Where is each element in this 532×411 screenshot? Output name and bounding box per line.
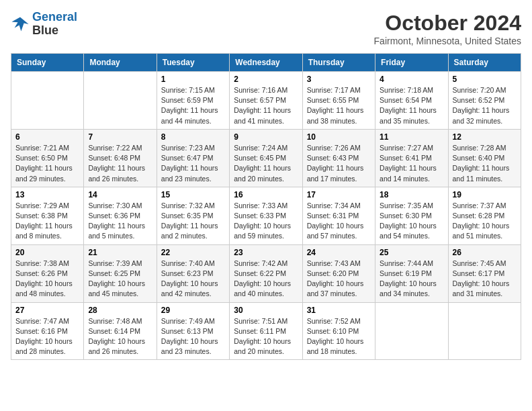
day-detail: Sunrise: 7:32 AM Sunset: 6:35 PM Dayligh… [161,201,225,242]
logo-icon [11,15,30,34]
day-detail: Sunrise: 7:24 AM Sunset: 6:45 PM Dayligh… [234,143,298,184]
calendar-cell: 25Sunrise: 7:44 AM Sunset: 6:19 PM Dayli… [375,244,448,302]
logo-line1: General [32,10,77,24]
day-detail: Sunrise: 7:35 AM Sunset: 6:30 PM Dayligh… [380,201,443,242]
day-detail: Sunrise: 7:51 AM Sunset: 6:11 PM Dayligh… [234,316,298,357]
calendar-cell [11,72,84,130]
logo-line2: Blue [32,24,77,38]
calendar-cell: 28Sunrise: 7:48 AM Sunset: 6:14 PM Dayli… [84,302,157,360]
day-number: 27 [15,306,79,315]
day-detail: Sunrise: 7:40 AM Sunset: 6:23 PM Dayligh… [161,259,225,300]
day-number: 2 [234,75,298,84]
calendar-week-row: 20Sunrise: 7:38 AM Sunset: 6:26 PM Dayli… [11,244,521,302]
day-number: 29 [161,306,225,315]
day-number: 22 [161,248,225,257]
day-detail: Sunrise: 7:33 AM Sunset: 6:33 PM Dayligh… [234,201,298,242]
day-number: 8 [161,132,225,142]
calendar-cell [84,72,157,130]
logo-text: General Blue [32,11,77,38]
day-detail: Sunrise: 7:22 AM Sunset: 6:48 PM Dayligh… [88,143,152,184]
calendar-cell: 20Sunrise: 7:38 AM Sunset: 6:26 PM Dayli… [11,244,84,302]
calendar-cell: 3Sunrise: 7:17 AM Sunset: 6:55 PM Daylig… [302,72,375,130]
day-detail: Sunrise: 7:23 AM Sunset: 6:47 PM Dayligh… [161,143,225,184]
day-number: 13 [15,190,79,199]
weekday-header-wednesday: Wednesday [230,54,302,72]
day-number: 15 [161,190,225,199]
calendar-cell: 11Sunrise: 7:27 AM Sunset: 6:41 PM Dayli… [375,129,448,187]
day-detail: Sunrise: 7:28 AM Sunset: 6:40 PM Dayligh… [453,143,517,184]
day-number: 12 [453,132,517,142]
day-detail: Sunrise: 7:20 AM Sunset: 6:52 PM Dayligh… [453,85,517,126]
day-detail: Sunrise: 7:38 AM Sunset: 6:26 PM Dayligh… [15,259,79,300]
day-number: 7 [88,132,152,142]
calendar-cell: 14Sunrise: 7:30 AM Sunset: 6:36 PM Dayli… [84,187,157,244]
day-number: 26 [453,248,517,257]
day-detail: Sunrise: 7:17 AM Sunset: 6:55 PM Dayligh… [307,85,371,126]
day-number: 20 [15,248,79,257]
day-detail: Sunrise: 7:29 AM Sunset: 6:38 PM Dayligh… [15,201,79,242]
day-number: 19 [453,190,517,199]
day-detail: Sunrise: 7:44 AM Sunset: 6:19 PM Dayligh… [380,259,443,300]
calendar-cell: 27Sunrise: 7:47 AM Sunset: 6:16 PM Dayli… [11,302,84,360]
calendar-cell [375,302,448,360]
calendar-cell: 8Sunrise: 7:23 AM Sunset: 6:47 PM Daylig… [157,129,229,187]
calendar-cell: 31Sunrise: 7:52 AM Sunset: 6:10 PM Dayli… [302,302,375,360]
calendar-cell: 24Sunrise: 7:43 AM Sunset: 6:20 PM Dayli… [302,244,375,302]
weekday-header-friday: Friday [375,54,448,72]
day-detail: Sunrise: 7:45 AM Sunset: 6:17 PM Dayligh… [453,259,517,300]
svg-marker-0 [11,17,28,31]
calendar-cell: 21Sunrise: 7:39 AM Sunset: 6:25 PM Dayli… [84,244,157,302]
calendar-cell: 2Sunrise: 7:16 AM Sunset: 6:57 PM Daylig… [230,72,302,130]
weekday-header-tuesday: Tuesday [157,54,229,72]
day-detail: Sunrise: 7:39 AM Sunset: 6:25 PM Dayligh… [88,259,152,300]
calendar-cell: 4Sunrise: 7:18 AM Sunset: 6:54 PM Daylig… [375,72,448,130]
day-detail: Sunrise: 7:49 AM Sunset: 6:13 PM Dayligh… [161,316,225,357]
day-number: 14 [88,190,152,199]
day-detail: Sunrise: 7:34 AM Sunset: 6:31 PM Dayligh… [307,201,371,242]
calendar-table: SundayMondayTuesdayWednesdayThursdayFrid… [11,53,521,360]
logo: General Blue [11,11,77,38]
day-number: 4 [380,75,443,84]
month-title: October 2024 [374,11,521,36]
weekday-header-sunday: Sunday [11,54,84,72]
calendar-week-row: 13Sunrise: 7:29 AM Sunset: 6:38 PM Dayli… [11,187,521,244]
calendar-cell: 15Sunrise: 7:32 AM Sunset: 6:35 PM Dayli… [157,187,229,244]
day-number: 3 [307,75,371,84]
calendar-cell: 26Sunrise: 7:45 AM Sunset: 6:17 PM Dayli… [448,244,521,302]
location: Fairmont, Minnesota, United States [374,36,521,46]
calendar-week-row: 6Sunrise: 7:21 AM Sunset: 6:50 PM Daylig… [11,129,521,187]
day-detail: Sunrise: 7:16 AM Sunset: 6:57 PM Dayligh… [234,85,298,126]
calendar-cell [448,302,521,360]
day-number: 9 [234,132,298,142]
day-number: 18 [380,190,443,199]
calendar-cell: 1Sunrise: 7:15 AM Sunset: 6:59 PM Daylig… [157,72,229,130]
day-detail: Sunrise: 7:48 AM Sunset: 6:14 PM Dayligh… [88,316,152,357]
day-number: 1 [161,75,225,84]
calendar-cell: 17Sunrise: 7:34 AM Sunset: 6:31 PM Dayli… [302,187,375,244]
calendar-cell: 30Sunrise: 7:51 AM Sunset: 6:11 PM Dayli… [230,302,302,360]
day-number: 23 [234,248,298,257]
weekday-header-saturday: Saturday [448,54,521,72]
calendar-week-row: 1Sunrise: 7:15 AM Sunset: 6:59 PM Daylig… [11,72,521,130]
day-number: 21 [88,248,152,257]
day-number: 5 [453,75,517,84]
day-detail: Sunrise: 7:52 AM Sunset: 6:10 PM Dayligh… [307,316,371,357]
day-detail: Sunrise: 7:21 AM Sunset: 6:50 PM Dayligh… [15,143,79,184]
calendar-cell: 16Sunrise: 7:33 AM Sunset: 6:33 PM Dayli… [230,187,302,244]
calendar-cell: 23Sunrise: 7:42 AM Sunset: 6:22 PM Dayli… [230,244,302,302]
day-number: 31 [307,306,371,315]
calendar-cell: 6Sunrise: 7:21 AM Sunset: 6:50 PM Daylig… [11,129,84,187]
day-number: 24 [307,248,371,257]
calendar-cell: 13Sunrise: 7:29 AM Sunset: 6:38 PM Dayli… [11,187,84,244]
calendar-cell: 9Sunrise: 7:24 AM Sunset: 6:45 PM Daylig… [230,129,302,187]
calendar-cell: 5Sunrise: 7:20 AM Sunset: 6:52 PM Daylig… [448,72,521,130]
day-detail: Sunrise: 7:27 AM Sunset: 6:41 PM Dayligh… [380,143,443,184]
calendar-cell: 7Sunrise: 7:22 AM Sunset: 6:48 PM Daylig… [84,129,157,187]
calendar-week-row: 27Sunrise: 7:47 AM Sunset: 6:16 PM Dayli… [11,302,521,360]
calendar-cell: 12Sunrise: 7:28 AM Sunset: 6:40 PM Dayli… [448,129,521,187]
day-detail: Sunrise: 7:15 AM Sunset: 6:59 PM Dayligh… [161,85,225,126]
calendar-cell: 22Sunrise: 7:40 AM Sunset: 6:23 PM Dayli… [157,244,229,302]
day-number: 28 [88,306,152,315]
day-detail: Sunrise: 7:37 AM Sunset: 6:28 PM Dayligh… [453,201,517,242]
day-number: 11 [380,132,443,142]
